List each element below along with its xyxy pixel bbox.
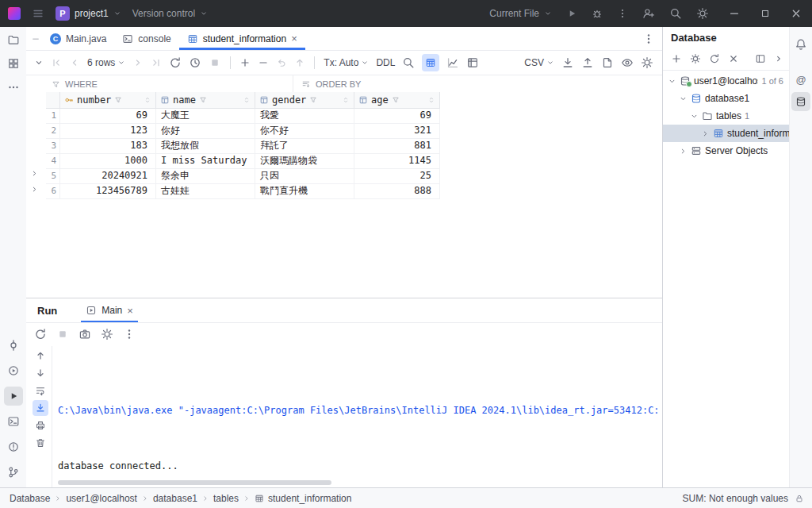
project-widget[interactable]: P project1 xyxy=(56,6,121,21)
refresh-icon[interactable] xyxy=(709,53,720,64)
console-settings-button[interactable] xyxy=(101,328,113,341)
export-data-button[interactable] xyxy=(561,56,574,69)
cell-age[interactable]: 1145 xyxy=(354,154,440,168)
data-source-properties-icon[interactable] xyxy=(690,53,701,64)
tree-item-datasource[interactable]: user1@localhost 1 of 6 xyxy=(663,72,790,90)
cell-age[interactable]: 69 xyxy=(354,109,440,123)
breadcrumb-schema[interactable]: database1 xyxy=(153,493,197,504)
where-filter-input[interactable]: WHERE xyxy=(26,75,293,93)
aggregate-status[interactable]: SUM: Not enough values xyxy=(683,493,788,504)
cell-age[interactable]: 888 xyxy=(354,184,440,198)
cell-number[interactable]: 123456789 xyxy=(60,184,156,198)
auto-refresh-button[interactable] xyxy=(189,56,201,69)
data-view-toggle[interactable] xyxy=(422,54,439,71)
intellij-logo[interactable] xyxy=(8,7,21,20)
tool-window-resize-icon[interactable] xyxy=(31,34,40,44)
cell-gender[interactable]: 戰鬥直升機 xyxy=(255,184,354,198)
sort-icon[interactable] xyxy=(342,96,350,104)
find-button[interactable] xyxy=(402,56,415,69)
transpose-view-button[interactable] xyxy=(466,56,479,69)
run-configuration-selector[interactable]: Current File xyxy=(489,8,552,19)
add-row-button[interactable] xyxy=(239,57,251,68)
filter-funnel-icon[interactable] xyxy=(199,96,207,104)
cell-age[interactable]: 321 xyxy=(354,124,440,138)
services-tool-icon[interactable] xyxy=(7,364,20,377)
tree-item-database[interactable]: database1 xyxy=(663,90,790,107)
close-tab-icon[interactable]: × xyxy=(291,33,297,44)
filter-funnel-icon[interactable] xyxy=(114,96,122,104)
database-tool-icon[interactable] xyxy=(791,92,810,111)
breadcrumb-datasource[interactable]: user1@localhost xyxy=(66,493,137,504)
cell-gender[interactable]: 你不好 xyxy=(255,124,354,138)
more-actions-icon[interactable] xyxy=(123,328,136,341)
chart-view-button[interactable] xyxy=(446,56,459,69)
database-panel-title[interactable]: Database xyxy=(663,27,790,48)
tab-student-information[interactable]: student_information × xyxy=(179,27,305,50)
close-tab-icon[interactable]: × xyxy=(127,306,133,316)
code-with-me-icon[interactable] xyxy=(642,7,655,20)
settings-gear-icon[interactable] xyxy=(696,7,709,20)
ddl-button[interactable]: DDL xyxy=(376,57,395,68)
grid-settings-button[interactable] xyxy=(641,56,653,69)
delete-row-button[interactable] xyxy=(258,57,269,68)
cell-number[interactable]: 20240921 xyxy=(60,169,156,183)
stop-query-button[interactable] xyxy=(209,56,221,69)
export-format-selector[interactable]: CSV xyxy=(524,57,554,68)
commit-tool-icon[interactable] xyxy=(7,339,20,352)
clear-console-icon[interactable] xyxy=(35,437,46,448)
chevron-down-icon[interactable] xyxy=(690,112,699,121)
tx-mode-selector[interactable]: Tx: Auto xyxy=(324,57,369,68)
search-everywhere-icon[interactable] xyxy=(669,7,682,20)
stop-process-button[interactable] xyxy=(56,328,69,341)
cell-age[interactable]: 25 xyxy=(354,169,440,183)
table-row[interactable]: 4 1000 I miss Saturday 沃爾瑪購物袋 1145 xyxy=(46,154,440,169)
cell-name[interactable]: 我想放假 xyxy=(156,139,255,153)
debug-button[interactable] xyxy=(592,8,603,19)
structure-tool-icon[interactable] xyxy=(7,57,20,70)
cell-name[interactable]: I miss Saturday xyxy=(156,154,255,168)
previous-page-button[interactable] xyxy=(69,57,80,68)
horizontal-scrollbar[interactable] xyxy=(58,480,331,485)
tree-item-tables-folder[interactable]: tables 1 xyxy=(663,107,790,125)
submit-changes-button[interactable] xyxy=(294,57,305,68)
sort-icon[interactable] xyxy=(427,96,435,104)
down-stack-trace-icon[interactable] xyxy=(35,368,46,379)
first-page-button[interactable] xyxy=(51,57,62,68)
layout-icon[interactable] xyxy=(755,53,766,64)
tree-item-table-student-information[interactable]: student_information xyxy=(663,125,790,142)
disconnect-icon[interactable] xyxy=(728,53,739,64)
chevron-right-icon[interactable] xyxy=(701,129,710,138)
table-row[interactable]: 3 183 我想放假 拜託了 881 xyxy=(46,139,440,154)
view-options-button[interactable] xyxy=(621,56,634,69)
cell-gender[interactable]: 沃爾瑪購物袋 xyxy=(255,154,354,168)
chevron-down-icon[interactable] xyxy=(668,77,676,86)
tab-console[interactable]: console xyxy=(114,27,178,50)
ai-assistant-icon[interactable]: @ xyxy=(795,74,806,86)
filter-funnel-icon[interactable] xyxy=(309,96,317,104)
table-row[interactable]: 2 123 你好 你不好 321 xyxy=(46,124,440,139)
revert-changes-button[interactable] xyxy=(276,57,287,68)
chevron-right-icon[interactable] xyxy=(679,147,688,156)
gutter-chevron-icon[interactable] xyxy=(30,169,39,178)
import-data-button[interactable] xyxy=(581,56,594,69)
collapse-toolbar-icon[interactable] xyxy=(34,58,44,67)
dump-data-button[interactable] xyxy=(601,56,614,69)
run-panel-title[interactable]: Run xyxy=(26,305,57,317)
next-page-button[interactable] xyxy=(132,57,144,68)
problems-tool-icon[interactable] xyxy=(7,441,20,453)
scroll-to-end-icon[interactable] xyxy=(35,402,46,414)
run-tab-main[interactable]: Main × xyxy=(79,298,140,322)
chevron-down-icon[interactable] xyxy=(679,94,688,103)
breadcrumb-table[interactable]: student_information xyxy=(268,493,351,504)
sort-icon[interactable] xyxy=(243,96,251,104)
table-row[interactable]: 1 69 大魔王 我愛 69 xyxy=(46,109,440,124)
up-stack-trace-icon[interactable] xyxy=(35,350,46,361)
cell-name[interactable]: 你好 xyxy=(156,124,255,138)
maximize-window-button[interactable] xyxy=(760,8,771,19)
rerun-button[interactable] xyxy=(34,328,47,341)
more-actions-icon[interactable] xyxy=(617,8,628,19)
breadcrumb-database[interactable]: Database xyxy=(10,493,50,504)
column-header-age[interactable]: age xyxy=(354,92,440,108)
project-tool-icon[interactable] xyxy=(7,33,20,46)
hide-panel-icon[interactable] xyxy=(774,54,783,64)
